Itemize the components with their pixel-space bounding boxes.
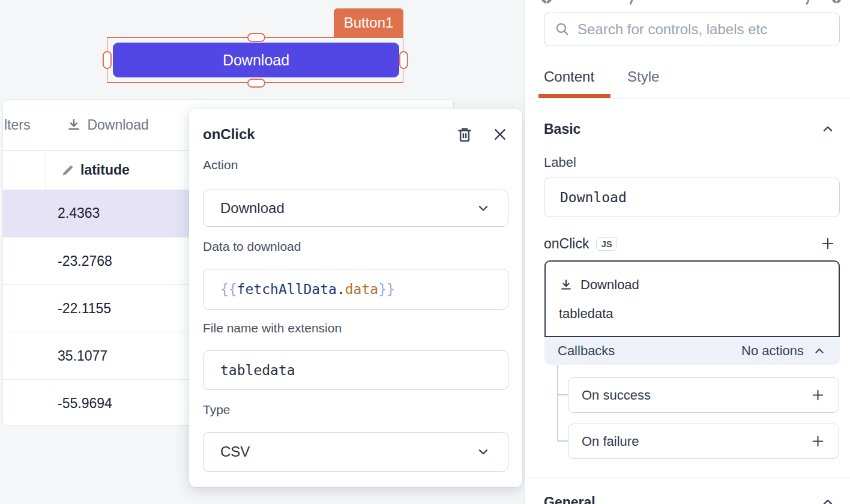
tab-style[interactable]: Style: [627, 60, 659, 94]
chevron-up-icon: [820, 121, 836, 137]
chevron-up-icon: [812, 344, 827, 358]
table-download-button[interactable]: Download: [66, 117, 148, 133]
onclick-popup: onClick Action Download Data to download…: [189, 109, 522, 487]
tab-content[interactable]: Content: [544, 60, 594, 94]
callback-tree-elbow: [557, 440, 568, 442]
search-input[interactable]: [577, 21, 829, 38]
section-divider: [525, 478, 850, 478]
cell-latitude: -55.9694: [58, 395, 112, 412]
on-failure-row[interactable]: On failure: [568, 424, 839, 459]
trash-icon: [456, 125, 474, 144]
resize-handle-left[interactable]: [103, 51, 112, 69]
on-success-label: On success: [582, 388, 651, 403]
section-general[interactable]: General: [544, 493, 836, 504]
cell-latitude: 2.4363: [58, 205, 100, 221]
clipped-header-fragment: [629, 0, 633, 5]
plus-icon: [810, 388, 825, 403]
download-icon: [66, 117, 82, 133]
column-header-label: latitude: [80, 162, 130, 178]
onclick-property-label: onClick: [544, 236, 589, 252]
action-select-value: Download: [220, 200, 285, 217]
action-field-label: Action: [203, 158, 238, 172]
download-label: Download: [87, 117, 148, 133]
widget-name-tag[interactable]: Button1: [334, 8, 403, 37]
popup-title: onClick: [203, 126, 255, 143]
popup-header: onClick: [203, 124, 508, 145]
chevron-down-icon: [475, 444, 491, 460]
download-button-widget[interactable]: Download: [113, 43, 399, 77]
button-widget-label: Download: [223, 52, 289, 69]
chevron-down-icon: [475, 200, 491, 216]
onclick-property-row: onClick JS: [544, 234, 836, 253]
clipped-header-fragment: [806, 0, 809, 5]
callback-tree-elbow: [557, 394, 568, 395]
type-select[interactable]: CSV: [203, 432, 508, 472]
property-panel: Content Style Basic Label Download onCli…: [524, 0, 850, 504]
js-toggle-badge[interactable]: JS: [596, 237, 616, 251]
filename-value: tabledata: [220, 362, 295, 378]
section-basic-title: Basic: [544, 121, 580, 137]
callbacks-toggle[interactable]: Callbacks No actions: [544, 337, 840, 365]
delete-action-button[interactable]: [456, 125, 474, 144]
section-general-title: General: [544, 494, 595, 504]
filename-input[interactable]: tabledata: [203, 350, 508, 390]
section-basic[interactable]: Basic: [544, 120, 836, 138]
action-card-file: tabledata: [559, 306, 613, 322]
code-close-braces: }}: [378, 281, 395, 297]
code-open-braces: {{: [220, 281, 237, 297]
callbacks-status: No actions: [741, 343, 804, 359]
chevron-up-icon: [820, 494, 836, 504]
clipped-header-fragment: [836, 0, 842, 4]
on-failure-label: On failure: [582, 434, 639, 449]
label-input[interactable]: Download: [544, 178, 840, 217]
data-to-download-input[interactable]: {{fetchAllData.data}}: [203, 269, 508, 310]
resize-handle-top[interactable]: [247, 33, 265, 42]
label-field-label: Label: [544, 155, 576, 170]
callbacks-label: Callbacks: [558, 343, 615, 359]
close-icon: [492, 126, 508, 143]
cell-latitude: -23.2768: [58, 253, 112, 269]
action-select[interactable]: Download: [203, 190, 508, 227]
code-dot: .: [337, 281, 345, 297]
resize-handle-bottom[interactable]: [247, 79, 265, 88]
on-success-row[interactable]: On success: [568, 377, 839, 413]
code-entity: fetchAllData: [237, 281, 337, 297]
plus-icon: [810, 434, 825, 449]
type-select-value: CSV: [220, 443, 250, 460]
clipped-header-fragment: [546, 0, 552, 4]
cell-latitude: 35.1077: [58, 348, 107, 364]
resize-handle-right[interactable]: [399, 51, 408, 69]
download-icon: [559, 278, 573, 292]
pencil-icon: [61, 163, 75, 178]
add-on-failure-button[interactable]: [810, 434, 825, 449]
table-filters-button[interactable]: lters: [4, 117, 30, 133]
label-input-value: Download: [560, 190, 627, 205]
filters-label: lters: [4, 117, 30, 133]
onclick-action-card[interactable]: Download tabledata: [544, 260, 840, 337]
data-field-label: Data to download: [203, 239, 301, 254]
app-root: lters Download latitude 2.4363: [0, 0, 850, 504]
action-card-action: Download: [580, 277, 639, 293]
callback-tree-line: [557, 365, 558, 441]
tabs-divider: [525, 98, 850, 98]
close-popup-button[interactable]: [492, 126, 508, 143]
widget-name-label: Button1: [344, 14, 394, 31]
panel-tabs: Content Style: [544, 60, 659, 94]
plus-icon: [820, 236, 836, 251]
search-icon: [555, 22, 570, 37]
type-field-label: Type: [203, 403, 231, 417]
panel-search: [544, 13, 840, 46]
code-expression: {{fetchAllData.data}}: [220, 281, 395, 297]
filename-field-label: File name with extension: [203, 321, 342, 335]
code-property: data: [345, 281, 378, 297]
cell-latitude: -22.1155: [58, 301, 111, 317]
add-onclick-action-button[interactable]: [820, 236, 836, 251]
add-on-success-button[interactable]: [810, 388, 825, 403]
